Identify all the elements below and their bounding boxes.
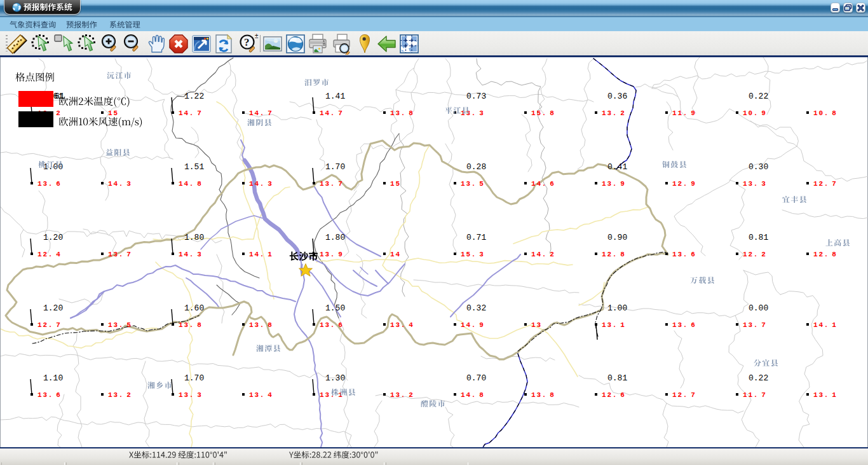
svg-text:12. 8: 12. 8 bbox=[602, 251, 626, 258]
svg-text:14. 7: 14. 7 bbox=[179, 109, 203, 117]
svg-text:15: 15 bbox=[390, 180, 401, 188]
svg-text:1.80: 1.80 bbox=[184, 233, 204, 242]
svg-text:0.71: 0.71 bbox=[466, 233, 486, 242]
svg-text:1.51: 1.51 bbox=[184, 162, 204, 172]
svg-text:14. 1: 14. 1 bbox=[813, 321, 837, 329]
svg-text:13. 7: 13. 7 bbox=[743, 321, 767, 329]
svg-text:15. 8: 15. 8 bbox=[531, 109, 555, 117]
svg-text:13. 2: 13. 2 bbox=[108, 391, 132, 399]
svg-text:1.30: 1.30 bbox=[325, 373, 345, 383]
svg-text:14. 3: 14. 3 bbox=[108, 180, 132, 188]
svg-text:0.00: 0.00 bbox=[749, 303, 768, 313]
svg-text:13. 7: 13. 7 bbox=[108, 251, 132, 258]
svg-text:12. 4: 12. 4 bbox=[37, 251, 62, 258]
svg-text:14. 7: 14. 7 bbox=[320, 109, 344, 117]
svg-text:1.70: 1.70 bbox=[325, 162, 345, 172]
svg-text:10. 8: 10. 8 bbox=[813, 109, 837, 117]
svg-text:13. 9: 13. 9 bbox=[320, 251, 344, 258]
svg-text:13. 4: 13. 4 bbox=[249, 391, 273, 399]
svg-text:0.70: 0.70 bbox=[466, 373, 486, 383]
svg-text:13. 2: 13. 2 bbox=[602, 109, 626, 117]
svg-text:12. 6: 12. 6 bbox=[602, 391, 626, 399]
svg-text:11. 9: 11. 9 bbox=[672, 109, 696, 117]
svg-text:13. 3: 13. 3 bbox=[179, 391, 203, 399]
svg-text:11. 7: 11. 7 bbox=[743, 391, 767, 399]
svg-text:12. 8: 12. 8 bbox=[813, 251, 837, 258]
svg-text:14. 2: 14. 2 bbox=[531, 251, 555, 258]
svg-text:1.80: 1.80 bbox=[325, 233, 345, 242]
svg-text:0.30: 0.30 bbox=[749, 162, 768, 172]
svg-text:13. 7: 13. 7 bbox=[320, 180, 344, 188]
svg-text:13. 8: 13. 8 bbox=[390, 109, 414, 117]
svg-text:0.41: 0.41 bbox=[607, 162, 627, 172]
svg-text:0.32: 0.32 bbox=[466, 303, 486, 313]
svg-text:14: 14 bbox=[390, 251, 401, 258]
svg-text:13. 6: 13. 6 bbox=[37, 180, 62, 188]
svg-text:0.22: 0.22 bbox=[749, 92, 768, 101]
svg-text:12. 2: 12. 2 bbox=[743, 251, 767, 258]
svg-text:±: ± bbox=[255, 33, 259, 39]
svg-text:1.00: 1.00 bbox=[607, 303, 627, 313]
svg-text:0.28: 0.28 bbox=[466, 162, 486, 172]
svg-text:13. 6: 13. 6 bbox=[672, 251, 696, 258]
svg-text:0.81: 0.81 bbox=[607, 373, 627, 383]
svg-text:13. 8: 13. 8 bbox=[531, 391, 555, 399]
svg-text:13: 13 bbox=[531, 321, 542, 329]
svg-text:13. 3: 13. 3 bbox=[743, 180, 767, 188]
svg-text:14. 8: 14. 8 bbox=[179, 180, 203, 188]
svg-text:14. 6: 14. 6 bbox=[531, 180, 555, 188]
svg-text:13. 1: 13. 1 bbox=[320, 391, 344, 399]
svg-text:0.36: 0.36 bbox=[607, 92, 627, 101]
svg-text:14. 3: 14. 3 bbox=[249, 180, 273, 188]
svg-text:12. 7: 12. 7 bbox=[37, 321, 62, 329]
svg-text:14. 8: 14. 8 bbox=[461, 391, 485, 399]
svg-text:1.10: 1.10 bbox=[43, 373, 63, 383]
svg-text:14. 3: 14. 3 bbox=[179, 251, 203, 258]
svg-text:1.60: 1.60 bbox=[184, 303, 204, 313]
svg-text:13. 1: 13. 1 bbox=[813, 391, 837, 399]
svg-text:13. 8: 13. 8 bbox=[249, 321, 273, 329]
svg-text:15. 3: 15. 3 bbox=[461, 251, 485, 258]
svg-text:1.20: 1.20 bbox=[43, 303, 63, 313]
svg-text:14. 9: 14. 9 bbox=[461, 321, 485, 329]
svg-text:13. 1: 13. 1 bbox=[602, 321, 626, 329]
svg-text:0.81: 0.81 bbox=[749, 233, 768, 242]
svg-text:0.73: 0.73 bbox=[466, 92, 486, 101]
svg-text:12. 7: 12. 7 bbox=[672, 391, 696, 399]
svg-text:1.20: 1.20 bbox=[43, 233, 63, 242]
svg-text:14. 1: 14. 1 bbox=[249, 251, 273, 258]
svg-text:13. 9: 13. 9 bbox=[602, 180, 626, 188]
svg-text:1.50: 1.50 bbox=[325, 303, 345, 313]
svg-text:13. 5: 13. 5 bbox=[461, 180, 485, 188]
svg-text:10. 9: 10. 9 bbox=[743, 109, 767, 117]
svg-text:13. 4: 13. 4 bbox=[390, 321, 414, 329]
svg-text:13. 2: 13. 2 bbox=[390, 391, 414, 399]
svg-text:13. 6: 13. 6 bbox=[672, 321, 696, 329]
svg-text:0.22: 0.22 bbox=[749, 373, 768, 383]
svg-text:13. 8: 13. 8 bbox=[179, 321, 203, 329]
svg-text:14. 7: 14. 7 bbox=[249, 109, 273, 117]
svg-text:12. 7: 12. 7 bbox=[813, 180, 837, 188]
svg-text:15: 15 bbox=[108, 109, 119, 117]
svg-text:?: ? bbox=[244, 36, 250, 48]
svg-text:0.90: 0.90 bbox=[607, 233, 627, 242]
svg-text:1.22: 1.22 bbox=[184, 92, 204, 101]
svg-text:13. 6: 13. 6 bbox=[320, 321, 344, 329]
svg-text:13. 5: 13. 5 bbox=[108, 321, 132, 329]
svg-text:1.70: 1.70 bbox=[184, 373, 204, 383]
svg-text:13. 6: 13. 6 bbox=[37, 391, 62, 399]
svg-text:12. 9: 12. 9 bbox=[672, 180, 696, 188]
svg-text:1.41: 1.41 bbox=[325, 92, 345, 101]
